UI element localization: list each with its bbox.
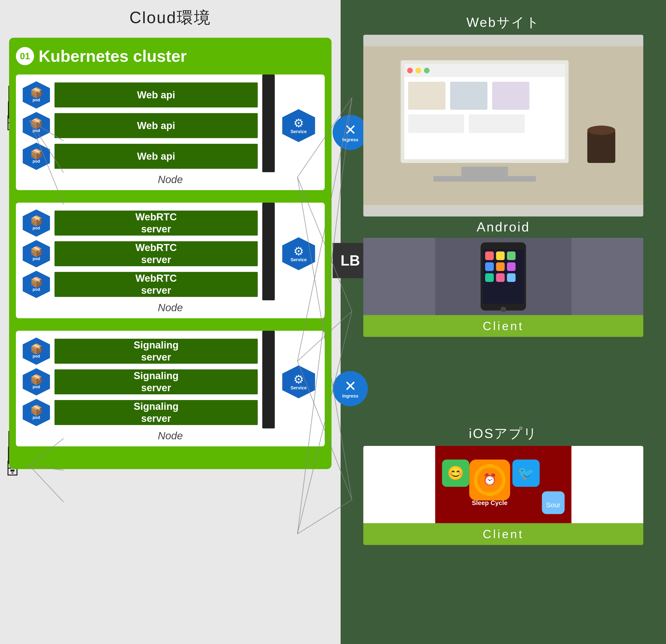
pod-label-4: pod xyxy=(33,226,40,230)
server-box-7: Signalingserver xyxy=(54,339,258,364)
svg-rect-27 xyxy=(507,273,516,282)
pod-row-9: 📦 pod Signalingserver xyxy=(23,399,258,426)
pod-hex-3: 📦 pod xyxy=(23,143,50,170)
service-icon-3: ⚙ Service xyxy=(282,366,315,398)
server-box-8: Signalingserver xyxy=(54,369,258,394)
pod-row-4: 📦 pod WebRTCserver xyxy=(23,209,258,237)
client1-image xyxy=(363,35,643,216)
svg-point-28 xyxy=(501,307,506,312)
dark-separator-3 xyxy=(262,331,275,429)
node3-pods: 📦 pod Signalingserver 📦 pod Sig xyxy=(23,337,258,426)
service-symbol-3: ⚙ xyxy=(293,373,304,385)
svg-rect-13 xyxy=(433,176,536,182)
client3-card: ⏰ Sleep Cycle 🐦 😊 Sour Client xyxy=(363,446,643,545)
service-icon-1: ⚙ Service xyxy=(282,109,315,142)
svg-rect-12 xyxy=(461,167,508,176)
svg-rect-14 xyxy=(587,130,615,163)
svg-point-5 xyxy=(416,68,421,73)
node3-block: 📦 pod Signalingserver 📦 pod Sig xyxy=(16,331,325,446)
pod-label-7: pod xyxy=(33,354,40,359)
client3-label: Client xyxy=(483,527,524,541)
client3-footer: Client xyxy=(363,523,643,545)
pod-row-8: 📦 pod Signalingserver xyxy=(23,368,258,396)
server-box-3: Web api xyxy=(54,144,258,169)
cluster-header: 01 Kubernetes cluster xyxy=(16,47,325,66)
ingress-2: ✕ Ingress xyxy=(333,371,368,406)
ingress-symbol-2: ✕ xyxy=(344,379,356,394)
svg-rect-20 xyxy=(496,251,505,260)
node2-block: 📦 pod WebRTCserver 📦 pod WebRTC xyxy=(16,203,325,318)
service-label-2: Service xyxy=(291,257,306,262)
dark-separator-2 xyxy=(262,203,275,300)
client3-title: iOSアプリ xyxy=(363,425,643,442)
lb-box: LB xyxy=(333,243,368,278)
service-2-wrap: ⚙ Service xyxy=(279,209,318,298)
client1-card: 02 Client xyxy=(363,35,643,216)
pod-label-6: pod xyxy=(33,287,40,292)
cube-icon-8: 📦 xyxy=(30,375,43,385)
node3-row: 📦 pod Signalingserver 📦 pod Sig xyxy=(23,337,318,426)
ingress-symbol-1: ✕ xyxy=(344,122,356,137)
service-symbol-1: ⚙ xyxy=(293,117,304,129)
web-illustration xyxy=(363,35,643,216)
node2-section: 📦 pod WebRTCserver 📦 pod WebRTC xyxy=(16,203,325,318)
client2-card: Client xyxy=(363,238,643,337)
pod-row-1: 📦 pod Web api xyxy=(23,81,258,109)
ingress-icon-2: ✕ Ingress xyxy=(333,371,368,406)
pod-hex-1: 📦 pod xyxy=(23,81,50,109)
svg-rect-11 xyxy=(469,115,525,133)
svg-text:😊: 😊 xyxy=(447,465,464,481)
ingress-1: ✕ Ingress xyxy=(333,115,368,150)
pod-hex-5: 📦 pod xyxy=(23,240,50,267)
server-box-5: WebRTCserver xyxy=(54,241,258,266)
node2-row: 📦 pod WebRTCserver 📦 pod WebRTC xyxy=(23,209,318,298)
node1-label: Node xyxy=(23,170,318,188)
cube-icon-1: 📦 xyxy=(30,88,43,98)
client2-image xyxy=(363,238,643,315)
server-box-2: Web api xyxy=(54,113,258,138)
clients-panel: Webサイト xyxy=(340,0,666,644)
node2-label: Node xyxy=(23,298,318,316)
client2-section: Android xyxy=(363,219,643,425)
cluster-title: Kubernetes cluster xyxy=(39,47,187,66)
service-symbol-2: ⚙ xyxy=(293,245,304,257)
lb-container: LB xyxy=(333,243,368,278)
svg-point-15 xyxy=(587,126,615,135)
svg-rect-26 xyxy=(496,273,505,282)
pod-label-2: pod xyxy=(33,128,40,133)
service-1-wrap: ⚙ Service xyxy=(279,81,318,170)
svg-rect-25 xyxy=(485,273,494,282)
pod-hex-6: 📦 pod xyxy=(23,271,50,298)
ingress-icon-1: ✕ Ingress xyxy=(333,115,368,150)
cloud-title: Cloud環境 xyxy=(9,7,332,29)
dark-separator-1 xyxy=(262,74,275,172)
node1-pods: 📦 pod Web api 📦 pod Web api xyxy=(23,81,258,170)
pod-hex-7: 📦 pod xyxy=(23,337,50,365)
node1-section: 📦 pod Web api 📦 pod Web api xyxy=(16,74,325,190)
ingress-label-2: Ingress xyxy=(342,394,358,399)
client2-label: Client xyxy=(483,319,524,333)
svg-point-6 xyxy=(424,68,430,73)
pod-row-5: 📦 pod WebRTCserver xyxy=(23,240,258,267)
service-3-wrap: ⚙ Service xyxy=(279,337,318,426)
pod-label-1: pod xyxy=(33,98,40,102)
svg-rect-10 xyxy=(408,115,464,133)
cube-icon-5: 📦 xyxy=(30,246,43,257)
pod-label-9: pod xyxy=(33,415,40,420)
ingress-label-1: Ingress xyxy=(342,137,358,142)
cube-icon-4: 📦 xyxy=(30,216,43,226)
node3-label: Node xyxy=(23,426,318,444)
svg-rect-23 xyxy=(496,262,505,271)
service-label-3: Service xyxy=(291,385,306,390)
pod-hex-4: 📦 pod xyxy=(23,209,50,237)
svg-rect-7 xyxy=(408,82,445,110)
pod-row-3: 📦 pod Web api xyxy=(23,143,258,170)
pod-hex-9: 📦 pod xyxy=(23,399,50,426)
service-label-1: Service xyxy=(291,129,306,134)
svg-rect-22 xyxy=(485,262,494,271)
svg-rect-9 xyxy=(492,82,529,110)
cloud-panel: Cloud環境 🗄 🗄 🗄 🗄 🗄 🗄 01 Kubernetes cluste… xyxy=(0,0,340,644)
svg-rect-19 xyxy=(485,251,494,260)
client2-footer: Client xyxy=(363,315,643,337)
svg-text:Sour: Sour xyxy=(546,501,560,509)
